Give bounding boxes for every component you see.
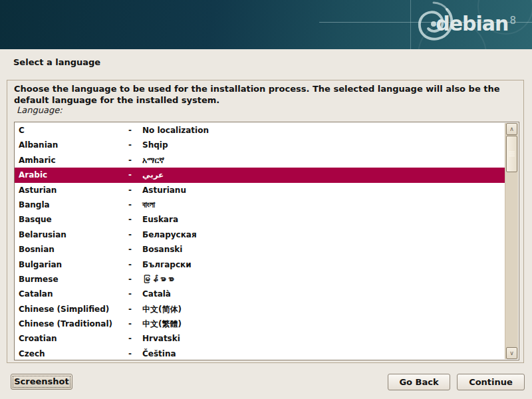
continue-button[interactable]: Continue (457, 374, 525, 390)
scroll-down-icon: ∨ (509, 350, 514, 356)
language-name: Chinese (Simplified) (15, 302, 126, 317)
language-row[interactable]: Catalan - Català (15, 287, 505, 301)
language-row[interactable]: Croatian - Hrvatski (15, 331, 505, 346)
language-separator: - (126, 168, 142, 182)
language-separator: - (126, 272, 142, 287)
language-row[interactable]: Amharic - አማርኛ (15, 153, 505, 168)
scroll-up-icon: ∧ (509, 126, 514, 132)
language-separator: - (126, 123, 142, 138)
language-row[interactable]: Bulgarian - Български (15, 257, 505, 272)
language-name: Arabic (15, 168, 126, 182)
language-name: Burmese (15, 272, 126, 287)
language-native: አማርኛ (142, 153, 505, 168)
language-name: Bangla (15, 198, 126, 212)
language-row[interactable]: Albanian - Shqip (15, 138, 505, 152)
scroll-up-button[interactable]: ∧ (506, 123, 517, 135)
banner: debian8 (0, 0, 532, 49)
language-list-rows: C - No localization Albanian - Shqip Amh… (15, 123, 505, 360)
language-row[interactable]: C - No localization (15, 123, 505, 138)
language-native: বাংলা (142, 198, 505, 212)
brand-name: debian (436, 12, 508, 35)
language-native: Català (142, 287, 505, 301)
language-separator: - (126, 198, 142, 212)
language-row[interactable]: Burmese - မြန်မာစာ (15, 272, 505, 287)
language-native: Български (142, 257, 505, 272)
vertical-scrollbar[interactable]: ∧ ∨ (505, 123, 518, 359)
language-field-label: Language: (17, 105, 63, 115)
language-native: Shqip (142, 138, 505, 152)
language-native: عربي (142, 168, 505, 182)
language-native: 中文(繁體) (142, 317, 505, 331)
language-name: Asturian (15, 183, 126, 198)
language-separator: - (126, 302, 142, 317)
language-separator: - (126, 183, 142, 198)
language-native: Hrvatski (142, 331, 505, 346)
language-name: Croatian (15, 331, 126, 346)
language-native: Беларуская (142, 227, 505, 242)
language-separator: - (126, 212, 142, 227)
language-native: Euskara (142, 212, 505, 227)
dialog-description: Choose the language to be used for the i… (14, 83, 519, 106)
language-row[interactable]: Czech - Čeština (15, 346, 505, 360)
page-title: Select a language (13, 57, 100, 67)
language-name: Catalan (15, 287, 126, 301)
language-name: Bosnian (15, 242, 126, 257)
language-native: မြန်မာစာ (142, 272, 505, 287)
language-separator: - (126, 227, 142, 242)
language-row[interactable]: Bangla - বাংলা (15, 198, 505, 212)
language-native: Bosanski (142, 242, 505, 257)
dialog-frame: Choose the language to be used for the i… (7, 80, 524, 363)
language-name: Belarusian (15, 227, 126, 242)
language-name: Amharic (15, 153, 126, 168)
language-name: C (15, 123, 126, 138)
scrollbar-thumb[interactable] (506, 136, 517, 172)
language-name: Chinese (Traditional) (15, 317, 126, 331)
language-native: Asturianu (142, 183, 505, 198)
description-line-1: Choose the language to be used for the i… (14, 83, 519, 94)
language-separator: - (126, 331, 142, 346)
scrollbar-grip (509, 152, 515, 157)
brand-logo: debian8 (436, 12, 516, 35)
language-separator: - (126, 153, 142, 168)
language-native: No localization (142, 123, 505, 138)
language-name: Czech (15, 346, 126, 360)
language-name: Basque (15, 212, 126, 227)
language-native: 中文(简体) (142, 302, 505, 317)
language-row[interactable]: Chinese (Simplified) - 中文(简体) (15, 302, 505, 317)
installer-window: debian8 Select a language Choose the lan… (0, 0, 532, 399)
language-separator: - (126, 138, 142, 152)
language-separator: - (126, 317, 142, 331)
language-row[interactable]: Basque - Euskara (15, 212, 505, 227)
language-row[interactable]: Belarusian - Беларуская (15, 227, 505, 242)
brand-version: 8 (509, 15, 516, 27)
language-row[interactable]: Arabic - عربي (15, 168, 505, 182)
go-back-button[interactable]: Go Back (388, 374, 450, 390)
language-separator: - (126, 257, 142, 272)
language-listbox: C - No localization Albanian - Shqip Amh… (14, 122, 519, 360)
language-name: Bulgarian (15, 257, 126, 272)
language-separator: - (126, 242, 142, 257)
language-row[interactable]: Chinese (Traditional) - 中文(繁體) (15, 317, 505, 331)
screenshot-button[interactable]: Screenshot (11, 374, 72, 390)
description-line-2: default language for the installed syste… (14, 94, 519, 106)
language-row[interactable]: Asturian - Asturianu (15, 183, 505, 198)
scroll-down-button[interactable]: ∨ (506, 347, 517, 359)
language-name: Albanian (15, 138, 126, 152)
language-native: Čeština (142, 346, 505, 360)
language-separator: - (126, 287, 142, 301)
language-row[interactable]: Bosnian - Bosanski (15, 242, 505, 257)
language-separator: - (126, 346, 142, 360)
